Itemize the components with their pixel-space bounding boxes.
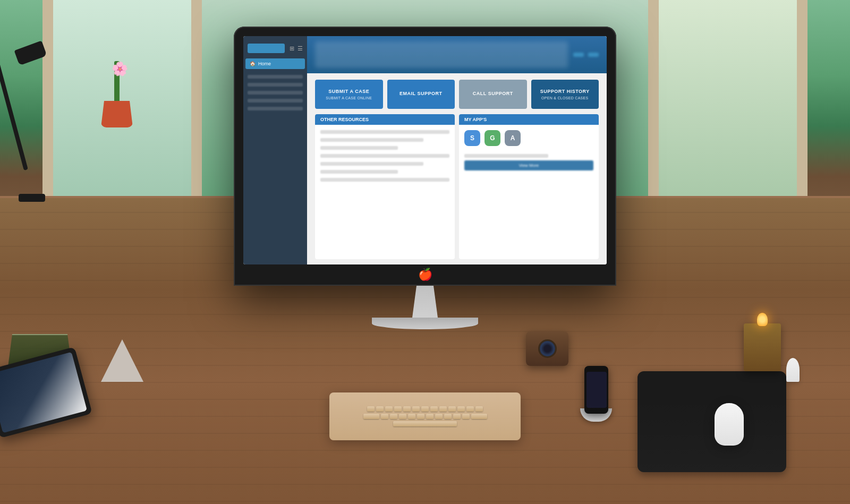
imac-screen-bezel: ⊞ ☰ 🏠 Home bbox=[234, 27, 616, 286]
app-icon-3-symbol: A bbox=[511, 134, 515, 142]
sidebar-blur-3 bbox=[248, 91, 303, 95]
sidebar-blur-5 bbox=[248, 107, 303, 110]
desk-reflection bbox=[0, 398, 850, 504]
flower-pot-area: 🌸 bbox=[90, 32, 143, 127]
submit-case-subtitle: SUBMIT A CASE ONLINE bbox=[326, 96, 372, 100]
mountain-shape bbox=[101, 339, 143, 382]
app-icon-1-symbol: S bbox=[470, 134, 474, 142]
my-apps-panel: My App's S G A bbox=[459, 114, 599, 259]
my-apps-blurred-line bbox=[464, 154, 548, 158]
sidebar-header-icons: ⊞ ☰ bbox=[290, 45, 303, 52]
wood-lamp-block bbox=[744, 323, 781, 371]
submit-case-title: SUBMIT A CASE bbox=[328, 89, 369, 95]
imac-screen: ⊞ ☰ 🏠 Home bbox=[243, 36, 607, 264]
content-panels: Other Resources bbox=[307, 114, 607, 264]
support-history-button[interactable]: SUPPORT HISTORY OPEN & CLOSED CASES bbox=[531, 80, 599, 109]
call-support-button[interactable]: CALL SUPPORT bbox=[459, 80, 527, 109]
app-sidebar: ⊞ ☰ 🏠 Home bbox=[243, 36, 307, 264]
app-icon-2[interactable]: G bbox=[484, 130, 500, 146]
resource-line-1 bbox=[320, 130, 449, 134]
app-icon-2-symbol: G bbox=[490, 134, 495, 142]
flower-pot bbox=[101, 101, 133, 127]
sidebar-item-home[interactable]: 🏠 Home bbox=[245, 58, 305, 69]
sidebar-blur-2 bbox=[248, 83, 303, 87]
resource-line-5 bbox=[320, 162, 423, 166]
other-resources-body bbox=[315, 125, 455, 191]
call-support-title: CALL SUPPORT bbox=[473, 91, 513, 97]
sidebar-logo bbox=[248, 44, 285, 53]
sidebar-blur-4 bbox=[248, 99, 303, 102]
submit-case-button[interactable]: SUBMIT A CASE SUBMIT A CASE ONLINE bbox=[315, 80, 383, 109]
apple-logo: 🍎 bbox=[418, 269, 432, 280]
top-nav-right-buttons bbox=[573, 53, 599, 57]
top-navigation bbox=[307, 36, 607, 73]
home-icon: 🏠 bbox=[250, 61, 256, 66]
support-history-title: SUPPORT HISTORY bbox=[540, 89, 590, 95]
support-history-subtitle: OPEN & CLOSED CASES bbox=[541, 96, 589, 100]
imac-stand-neck bbox=[404, 286, 446, 318]
sidebar-blurred-items bbox=[243, 72, 307, 117]
app-icons-container: S G A bbox=[459, 125, 599, 151]
imac-monitor: ⊞ ☰ 🏠 Home bbox=[234, 27, 616, 329]
app-icon-1[interactable]: S bbox=[464, 130, 480, 146]
light-bulb bbox=[757, 313, 768, 326]
mountain-sculpture bbox=[101, 339, 143, 382]
window-right bbox=[648, 0, 808, 202]
other-resources-header: Other Resources bbox=[315, 114, 455, 125]
app-interface: ⊞ ☰ 🏠 Home bbox=[243, 36, 607, 264]
view-more-button[interactable]: View More bbox=[464, 160, 593, 170]
app-icon-3[interactable]: A bbox=[505, 130, 521, 146]
lamp-base bbox=[19, 194, 45, 202]
sidebar-home-label: Home bbox=[258, 61, 271, 66]
resource-line-4 bbox=[320, 154, 449, 158]
camera bbox=[526, 331, 568, 366]
plant-stem: 🌸 bbox=[114, 61, 120, 104]
resource-line-2 bbox=[320, 138, 423, 142]
sidebar-header: ⊞ ☰ bbox=[243, 40, 307, 56]
email-support-title: EMAIL SUPPORT bbox=[400, 91, 442, 97]
imac-stand-base bbox=[372, 318, 478, 329]
sidebar-blur-1 bbox=[248, 75, 303, 79]
action-buttons-row: SUBMIT A CASE SUBMIT A CASE ONLINE EMAIL… bbox=[307, 73, 607, 114]
main-content-area: SUBMIT A CASE SUBMIT A CASE ONLINE EMAIL… bbox=[307, 36, 607, 264]
top-nav-content-blurred bbox=[315, 41, 568, 68]
resource-line-6 bbox=[320, 170, 398, 174]
other-resources-panel: Other Resources bbox=[315, 114, 455, 259]
flower: 🌸 bbox=[112, 61, 128, 76]
top-nav-btn-1[interactable] bbox=[573, 53, 584, 57]
desk-lamp bbox=[16, 53, 48, 202]
camera-lens bbox=[538, 339, 557, 358]
top-nav-btn-2[interactable] bbox=[588, 53, 599, 57]
email-support-button[interactable]: EMAIL SUPPORT bbox=[387, 80, 455, 109]
sidebar-icon-1: ⊞ bbox=[290, 45, 294, 52]
sidebar-icon-2: ☰ bbox=[298, 45, 303, 52]
resource-line-7 bbox=[320, 178, 449, 182]
resource-line-3 bbox=[320, 146, 398, 150]
white-figurine bbox=[786, 358, 800, 382]
my-apps-header: My App's bbox=[459, 114, 599, 125]
